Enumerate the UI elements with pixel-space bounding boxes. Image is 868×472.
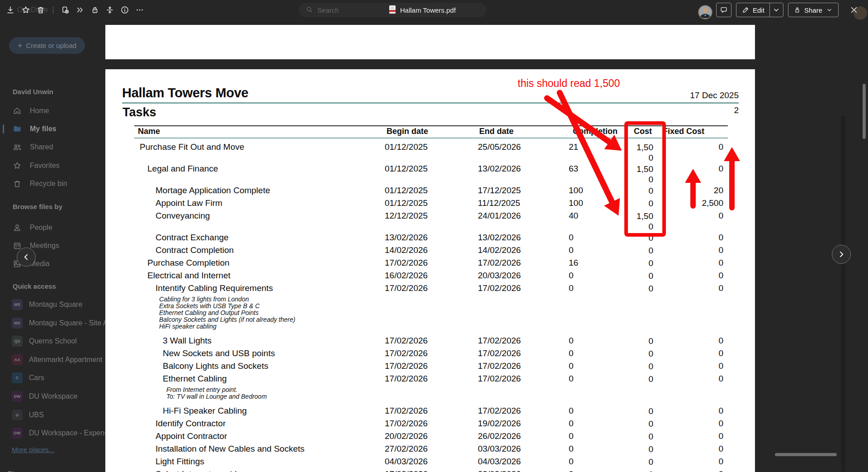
sidebar-item-label: Shared [30,143,53,151]
task-note: Cabling for 3 lights from LondonExtra So… [105,296,755,330]
protect-icon[interactable] [88,3,102,17]
task-begin-date: 27/02/2026 [385,444,428,454]
info-icon[interactable] [118,3,132,17]
table-row: Purchase Completion17/02/202617/02/20261… [105,258,755,271]
folder-tile-icon: C [12,372,23,383]
task-name: Appoint Law Firm [156,198,222,208]
table-row: Mortage Application Complete01/12/202517… [105,186,755,198]
sidebar-item-label: Montagu Square [29,300,82,309]
move-to-icon[interactable] [73,3,87,17]
sidebar-item-du-workspace-expenses[interactable]: DWDU Workspace - Expenses [0,427,105,439]
col-fixed-cost: Fixed Cost [663,127,704,136]
next-page-button[interactable] [832,245,851,264]
task-end-date: 17/02/2026 [478,283,521,293]
task-cost: 0 [613,444,653,454]
table-row: Contract Completion14/02/202614/02/20260… [105,245,755,258]
task-cost: 0 [613,406,653,416]
sidebar-item-label: DU Workspace - Expenses [29,429,105,437]
more-places-link[interactable]: More places... [12,446,54,453]
task-end-date: 17/12/2025 [478,186,521,195]
table-row: 3 Wall Lights17/02/202617/02/2026000 [105,336,755,348]
avatar[interactable] [698,5,712,19]
task-name: Installation of New Cables and Sockets [156,444,305,454]
task-begin-date: 17/02/2026 [385,374,428,384]
sidebar-item-label: Meetings [30,242,59,250]
task-completion: 0 [569,431,574,441]
task-completion: 0 [569,348,574,358]
task-completion: 0 [569,336,574,346]
task-name: Ethernet Cabling [163,374,227,384]
edit-button[interactable]: Edit [736,3,769,17]
task-cost: 0 [613,419,653,429]
sidebar-item-label: UBS [29,411,44,419]
task-name: Select Internet provider [156,469,244,472]
task-end-date: 25/05/2026 [478,142,521,152]
task-end-date: 24/01/2026 [478,211,521,221]
col-end-date: End date [479,127,514,136]
task-end-date: 17/02/2026 [478,374,521,384]
task-name: Contract Completion [156,245,234,255]
folder-tile-icon: DW [12,428,23,439]
sidebar-item-favorites[interactable]: Favorites [0,160,60,172]
share-button[interactable]: Share [788,3,839,17]
task-end-date: 17/02/2026 [478,361,521,371]
comments-button[interactable] [716,3,731,17]
task-cost: 0 [613,198,653,209]
create-or-upload-button[interactable]: + Create or upload [9,37,85,54]
task-cost: 0 [613,431,653,442]
share-icon [794,6,801,14]
sidebar-item-label: Recycle bin [30,180,67,188]
sidebar-item-cars[interactable]: CCars [0,372,44,384]
pdf-page: Hallam Towers Move 17 Dec 2025 Tasks 2 t… [105,69,755,472]
sidebar-item-label: Cars [29,374,44,382]
task-begin-date: 17/02/2026 [385,406,428,416]
task-end-date: 03/03/2026 [478,444,521,454]
task-name: Electrical and Internet [147,271,231,281]
task-fixed-cost: 0 [669,245,723,255]
task-name: Contract Exchange [156,233,229,243]
horizontal-scrollbar-thumb[interactable] [775,453,837,456]
task-completion: 0 [569,374,574,384]
fit-to-window-icon[interactable] [103,3,117,17]
sidebar-item-ubs[interactable]: UUBS [0,409,44,421]
task-cost: 0 [613,233,653,243]
download-icon[interactable] [3,3,18,17]
close-icon[interactable] [847,3,861,17]
delete-icon[interactable] [33,3,48,17]
task-completion: 16 [569,258,578,268]
folder-tile-icon: MS [12,299,23,310]
task-cost: 0 [613,361,653,372]
task-begin-date: 14/02/2026 [385,245,428,255]
sidebar-item-people[interactable]: People [0,222,52,234]
table-top-rule [134,125,728,126]
task-note-line: Balcony Sockets and Lights (if not alrea… [159,316,755,323]
task-cost: 0 [613,469,653,472]
task-completion: 0 [569,406,574,416]
document-scrollbar-track[interactable] [841,115,845,472]
task-name: Purchase Fit Out and Move [140,142,244,152]
sidebar-item-querns-school[interactable]: QSQuerns School [0,335,77,347]
sidebar-item-du-workspace[interactable]: DWDU Workspace [0,391,77,402]
task-fixed-cost: 2,500 [669,198,723,208]
previous-page-button[interactable] [17,248,36,267]
sidebar-item-montagu-square-site-a[interactable]: MSMontagu Square - Site A [0,317,105,329]
copy-to-icon[interactable] [58,3,72,17]
task-cost: 1,50 0 [613,142,653,163]
vertical-scrollbar-thumb[interactable] [863,84,866,139]
sidebar-item-shared[interactable]: Shared [0,141,53,153]
task-fixed-cost: 0 [669,348,723,358]
task-name: Intentify Cabling Requirements [156,283,273,293]
sidebar-item-altenmarkt-appartment[interactable]: AAAltenmarkt Appartment [0,354,103,366]
sidebar-item-home[interactable]: Home [0,105,49,117]
file-title-group: Hallam Towers.pdf [389,0,456,20]
sidebar-item-my-files[interactable]: My files [0,123,57,135]
task-cost: 0 [613,348,653,359]
favorite-icon[interactable] [19,3,33,17]
task-completion: 0 [569,444,574,454]
sidebar-item-recycle-bin[interactable]: Recycle bin [0,178,67,190]
chevron-left-icon [22,253,30,261]
more-icon[interactable] [132,3,147,17]
edit-dropdown-button[interactable] [770,3,783,17]
task-fixed-cost: 0 [669,469,723,472]
sidebar-item-montagu-square[interactable]: MSMontagu Square [0,299,82,310]
